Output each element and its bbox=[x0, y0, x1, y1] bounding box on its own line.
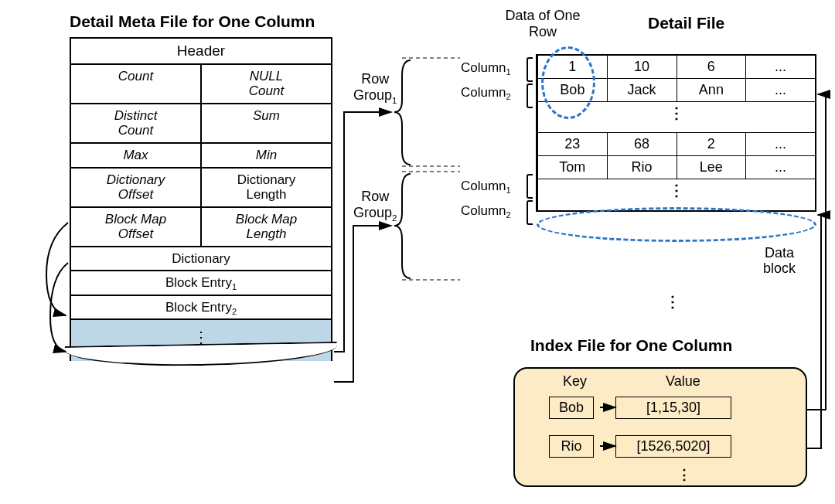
bracket-icon bbox=[527, 83, 533, 108]
cell: Lee bbox=[677, 156, 747, 179]
detail-dots-below: ⋮ bbox=[665, 292, 680, 311]
index-val-2: [1526,5020] bbox=[615, 435, 731, 458]
detail-file: 1 10 6 ... Bob Jack Ann ... ⋮ 23 68 2 ..… bbox=[536, 54, 816, 212]
row-group-1-label: Row Group1 bbox=[353, 71, 397, 104]
cell: 1 bbox=[538, 56, 608, 78]
index-title: Index File for One Column bbox=[530, 336, 732, 355]
cell: ... bbox=[746, 79, 815, 101]
data-block-label: Data block bbox=[763, 246, 796, 277]
cell: Rio bbox=[608, 156, 677, 179]
detail-row-4: Tom Rio Lee ... bbox=[538, 156, 815, 179]
cell: Ann bbox=[677, 79, 747, 101]
cell: Jack bbox=[608, 79, 677, 101]
detail-row-3: 23 68 2 ... bbox=[538, 133, 815, 156]
index-dots: ⋮ bbox=[677, 466, 691, 483]
bracket-icon bbox=[527, 57, 533, 82]
index-row-1: Bob [1,15,30] bbox=[549, 397, 731, 419]
meta-ellipsis: ⋮ bbox=[71, 320, 331, 370]
row-highlight-oval bbox=[537, 207, 816, 242]
cell: ... bbox=[746, 133, 815, 155]
col-labels-1: Column1 Column2 bbox=[461, 57, 511, 107]
meta-blockmap-offset: Block Map Offset bbox=[71, 208, 200, 246]
meta-block-entry-1: Block Entry1 bbox=[71, 271, 331, 295]
meta-dict-offset: Dictionary Offset bbox=[71, 169, 200, 206]
row-group-2-label: Row Group2 bbox=[353, 189, 397, 221]
meta-header: Header bbox=[71, 39, 331, 63]
index-row-2: Rio [1526,5020] bbox=[549, 435, 731, 458]
key-header: Key bbox=[563, 373, 587, 390]
detail-row-2: Bob Jack Ann ... bbox=[538, 79, 815, 102]
meta-file-table: Header Count NULL Count Distinct Count S… bbox=[70, 37, 332, 372]
cell: 2 bbox=[677, 133, 747, 155]
col-labels-2: Column1 Column2 bbox=[461, 175, 511, 225]
detail-row-1: 1 10 6 ... bbox=[538, 56, 815, 79]
meta-dictionary: Dictionary bbox=[71, 247, 331, 271]
cell: ... bbox=[746, 156, 815, 179]
index-file-box: Key Value Bob [1,15,30] Rio [1526,5020] … bbox=[513, 367, 807, 487]
meta-blockmap-length: Block Map Length bbox=[200, 208, 331, 246]
meta-count: Count bbox=[71, 65, 200, 103]
meta-block-entry-2: Block Entry2 bbox=[71, 296, 331, 319]
cell: Tom bbox=[538, 156, 608, 179]
cell: ... bbox=[746, 56, 815, 78]
meta-min: Min bbox=[200, 144, 331, 167]
bracket-icon bbox=[527, 200, 533, 225]
data-of-one-row-label: Data of One Row bbox=[496, 8, 589, 40]
meta-sum: Sum bbox=[200, 104, 331, 142]
index-key-2: Rio bbox=[549, 435, 594, 458]
detail-title: Detail File bbox=[648, 14, 724, 32]
value-header: Value bbox=[666, 373, 700, 390]
cell: 6 bbox=[677, 56, 747, 78]
meta-dict-length: Dictionary Length bbox=[200, 169, 331, 206]
cell: 68 bbox=[608, 133, 677, 155]
cell: Bob bbox=[538, 79, 608, 101]
meta-title: Detail Meta File for One Column bbox=[70, 12, 315, 31]
index-val-1: [1,15,30] bbox=[615, 397, 731, 419]
meta-max: Max bbox=[71, 144, 200, 167]
bracket-icon bbox=[527, 174, 533, 199]
detail-gap-2: ⋮ bbox=[538, 179, 815, 210]
meta-distinct: Distinct Count bbox=[71, 104, 200, 142]
detail-gap-1: ⋮ bbox=[538, 102, 815, 133]
index-key-1: Bob bbox=[549, 397, 594, 419]
meta-null-count: NULL Count bbox=[200, 65, 331, 103]
cell: 23 bbox=[538, 133, 608, 155]
cell: 10 bbox=[608, 56, 677, 78]
